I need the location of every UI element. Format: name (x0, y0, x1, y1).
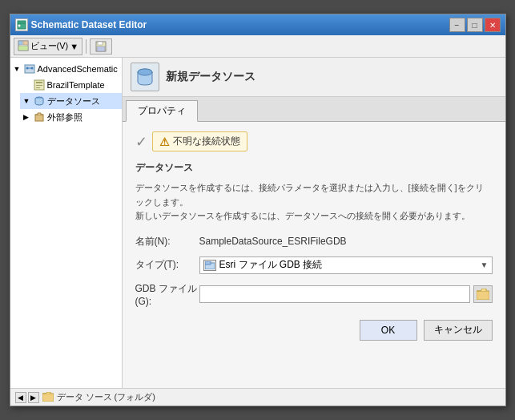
main-content: ▼ AdvancedSchematic (10, 58, 505, 388)
datasource-large-icon (131, 63, 159, 91)
sidebar-item-advanced-schematic[interactable]: ▼ AdvancedSchematic (10, 61, 122, 77)
toolbar: ビュー(V) ▼ (10, 35, 505, 58)
desc-line2: 新しいデータソースを作成するには、データソースへの接続を開く必要があります。 (135, 211, 470, 220)
window-controls: − □ ✕ (449, 18, 501, 32)
sidebar-item-datasource-label: データソース (47, 95, 100, 107)
sidebar-item-external-label: 外部参照 (47, 111, 82, 123)
right-panel: 新規データソース プロパティ ✓ ⚠ 不明な接続状態 データソース (123, 58, 505, 388)
statusbar-text: データ ソース (フォルダ) (57, 391, 155, 403)
type-value: Esri ファイル GDB 接続 (219, 258, 477, 272)
section-label: データソース (135, 161, 493, 175)
gdb-file-input-row (199, 285, 493, 303)
save-button[interactable] (90, 38, 112, 55)
close-button[interactable]: ✕ (485, 18, 501, 32)
dropdown-arrow-icon: ▼ (481, 260, 489, 269)
svg-rect-25 (42, 394, 54, 402)
minimize-button[interactable]: − (449, 18, 465, 32)
maximize-button[interactable]: □ (467, 18, 483, 32)
status-bar: ◀ ▶ データ ソース (フォルダ) (10, 388, 505, 406)
check-icon: ✓ (135, 133, 147, 151)
name-row: 名前(N): SampleDataSource_ESRIFileGDB (135, 235, 493, 248)
sidebar-item-brazil[interactable]: BrazilTemplate (20, 77, 122, 93)
status-row: ✓ ⚠ 不明な接続状態 (135, 131, 493, 151)
svg-rect-10 (25, 65, 34, 73)
expand-icon-4: ▶ (23, 113, 31, 121)
sidebar-item-external[interactable]: ▶ 外部参照 (20, 109, 122, 125)
datasource-icon (33, 95, 46, 107)
gdb-label: GDB ファイル(G): (135, 282, 199, 307)
schematic-icon (23, 63, 36, 75)
type-row: タイプ(T): Esri ファイル GDB 接続 ▼ (135, 256, 493, 274)
name-label: 名前(N): (135, 235, 199, 248)
cancel-button[interactable]: キャンセル (424, 320, 493, 341)
svg-rect-6 (18, 46, 28, 50)
window-title: Schematic Dataset Editor (31, 19, 147, 30)
svg-rect-19 (35, 115, 43, 121)
new-datasource-title: 新規データソース (166, 70, 255, 84)
svg-rect-9 (97, 46, 105, 51)
statusbar-left: ◀ ▶ (15, 392, 39, 403)
svg-rect-24 (477, 291, 489, 300)
tab-bar: プロパティ (123, 97, 505, 122)
status-text: 不明な接続状態 (173, 135, 240, 148)
external-icon (33, 111, 46, 123)
browse-button[interactable] (473, 285, 493, 303)
svg-rect-15 (36, 82, 42, 83)
button-row: OK キャンセル (135, 320, 493, 341)
title-bar-left: Schematic Dataset Editor (15, 18, 147, 31)
expand-icon: ▼ (14, 65, 22, 73)
expand-icon-3: ▼ (23, 97, 31, 105)
sidebar-item-brazil-label: BrazilTemplate (47, 80, 105, 90)
main-window: Schematic Dataset Editor − □ ✕ ビュー(V) ▼ (10, 14, 506, 406)
scroll-left-button[interactable]: ◀ (15, 392, 26, 403)
svg-rect-17 (36, 87, 40, 88)
gdb-file-input[interactable] (199, 285, 470, 303)
tab-properties[interactable]: プロパティ (126, 100, 198, 122)
desc-line1: データソースを作成するには、接続パラメータを選択または入力し、[接続を開く]をク… (135, 183, 484, 207)
svg-rect-16 (36, 85, 42, 86)
warning-badge: ⚠ 不明な接続状態 (152, 131, 247, 151)
toolbar-icon (18, 40, 29, 53)
svg-rect-5 (23, 41, 28, 45)
panel-content: ✓ ⚠ 不明な接続状態 データソース データソースを作成するには、接続パラメータ… (123, 122, 505, 388)
statusbar-folder-icon (42, 392, 54, 403)
view-menu-button[interactable]: ビュー(V) ▼ (14, 38, 83, 55)
svg-rect-4 (18, 41, 22, 45)
sidebar-item-label: AdvancedSchematic (38, 64, 118, 74)
gdb-type-icon (203, 260, 216, 271)
new-datasource-header: 新規データソース (123, 58, 505, 97)
svg-point-21 (138, 69, 152, 75)
gdb-row: GDB ファイル(G): (135, 282, 493, 307)
description-text: データソースを作成するには、接続パラメータを選択または入力し、[接続を開く]をク… (135, 181, 493, 224)
title-bar: Schematic Dataset Editor − □ ✕ (10, 14, 505, 35)
svg-point-2 (18, 25, 20, 27)
type-label: タイプ(T): (135, 258, 199, 272)
warning-icon: ⚠ (159, 135, 170, 148)
sidebar-item-datasource[interactable]: ▼ データソース (20, 93, 122, 109)
type-dropdown[interactable]: Esri ファイル GDB 接続 ▼ (199, 256, 493, 274)
template-icon (33, 79, 46, 91)
name-value: SampleDataSource_ESRIFileGDB (199, 236, 347, 247)
svg-rect-23 (205, 261, 211, 265)
scroll-right-button[interactable]: ▶ (28, 392, 39, 403)
view-menu-arrow: ▼ (70, 42, 78, 51)
ok-button[interactable]: OK (360, 320, 417, 341)
svg-rect-8 (98, 42, 103, 45)
toolbar-separator (86, 39, 87, 54)
sidebar: ▼ AdvancedSchematic (10, 58, 123, 388)
view-menu-label: ビュー(V) (30, 40, 69, 52)
window-icon (15, 18, 28, 31)
